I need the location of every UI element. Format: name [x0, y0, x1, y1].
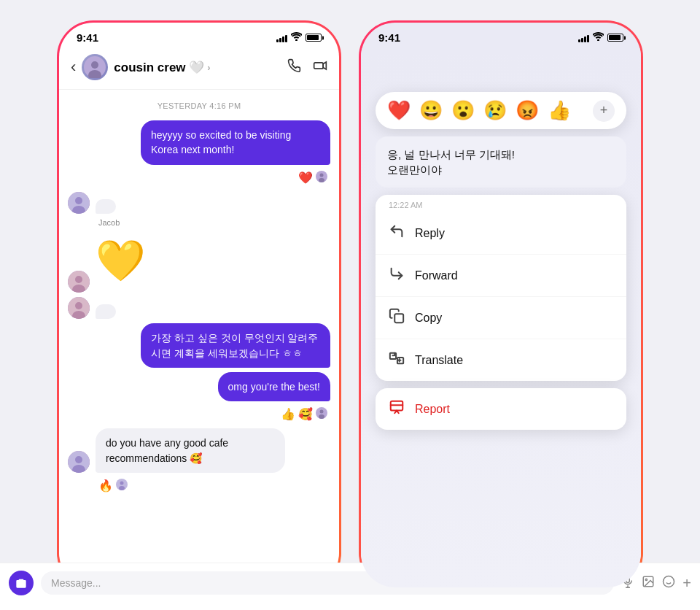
- wifi-icon: [291, 32, 302, 43]
- chevron-icon: ›: [207, 62, 210, 73]
- message-received-jacob-1: [68, 190, 330, 214]
- svg-point-15: [75, 302, 82, 309]
- bubble-sent-omg: 가장 하고 싶은 것이 무엇인지 알려주시면 계획을 세워보겠습니다 ㅎㅎ: [141, 323, 330, 368]
- bubble-received-sarah-text: [96, 304, 116, 319]
- sticker-heart: 💛: [96, 229, 157, 293]
- menu-copy[interactable]: Copy: [376, 297, 626, 339]
- message-received-jacob-cafe: do you have any good cafe recommendation…: [68, 426, 330, 473]
- menu-forward[interactable]: Forward: [376, 255, 626, 297]
- chat-header: ‹ cousin crew 🤍 ›: [59, 48, 339, 90]
- context-menu-overlay: ❤️ 😀 😮 😢 😡 👍 + 응, 널 만나서 너무 기대돼! 오랜만이야 12…: [376, 92, 626, 430]
- avatar-sarah-2: [68, 297, 90, 319]
- svg-point-18: [320, 410, 324, 414]
- battery-icon: [306, 34, 322, 42]
- emoji-surprised[interactable]: 😮: [451, 99, 475, 122]
- report-label: Report: [415, 403, 450, 416]
- header-avatar: [82, 54, 108, 80]
- message-received-sarah-sticker: Jacob 💛: [68, 218, 330, 293]
- message-input[interactable]: Message...: [59, 571, 339, 587]
- svg-marker-4: [323, 62, 326, 69]
- menu-timestamp: 12:22 AM: [376, 195, 626, 212]
- message-sent-omg: 가장 하고 싶은 것이 무엇인지 알려주시면 계획을 세워보겠습니다 ㅎㅎ: [68, 323, 330, 368]
- svg-point-25: [119, 486, 125, 490]
- chat-background-blurred: ❤️ 😀 😮 😢 😡 👍 + 응, 널 만나서 너무 기대돼! 오랜만이야 12…: [361, 48, 641, 587]
- video-call-icon[interactable]: [313, 58, 327, 77]
- svg-point-9: [75, 197, 82, 204]
- battery-icon-right: [607, 34, 623, 42]
- back-button[interactable]: ‹: [71, 58, 76, 77]
- report-menu: Report: [376, 388, 626, 430]
- input-bar: Message... +: [59, 563, 339, 587]
- message-received-sarah-text: [68, 297, 330, 319]
- svg-point-21: [75, 456, 82, 463]
- message-sent-cafe: omg you're the best!: [68, 372, 330, 401]
- copy-label: Copy: [415, 312, 442, 325]
- emoji-angry[interactable]: 😡: [516, 99, 539, 122]
- emoji-smile[interactable]: 😀: [419, 99, 443, 122]
- header-actions: [287, 58, 327, 77]
- reaction-sent-cafe: 👍 🥰: [68, 407, 327, 422]
- wifi-icon-right: [593, 32, 604, 43]
- bubble-sent-cafe: omg you're the best!: [218, 372, 330, 401]
- menu-translate[interactable]: Translate: [376, 339, 626, 381]
- signal-icon: [276, 34, 287, 42]
- copy-icon: [389, 308, 405, 328]
- sender-label-sarah: Jacob: [98, 218, 120, 227]
- status-bar-left: 9:41: [59, 23, 339, 48]
- forward-icon: [389, 266, 405, 285]
- reply-icon: [389, 223, 405, 243]
- message-sent-1: heyyyy so excited to be visiting Korea n…: [68, 120, 330, 165]
- svg-rect-31: [394, 314, 403, 323]
- svg-point-24: [120, 481, 124, 484]
- translate-icon: [389, 350, 405, 370]
- bubble-sent-1: heyyyy so excited to be visiting Korea n…: [141, 120, 330, 165]
- bubble-received-jacob-cafe: do you have any good cafe recommendation…: [96, 428, 285, 473]
- time-right: 9:41: [378, 31, 400, 44]
- menu-report[interactable]: Report: [376, 388, 626, 430]
- left-phone-screen: 9:41 ‹: [59, 23, 339, 587]
- emoji-reaction-bar: ❤️ 😀 😮 😢 😡 👍 +: [376, 92, 626, 129]
- chat-title: cousin crew 🤍 ›: [114, 60, 210, 75]
- svg-point-7: [319, 178, 324, 182]
- reaction-received-jacob: 🔥: [98, 479, 330, 493]
- signal-icon-right: [578, 34, 589, 42]
- status-bar-right: 9:41: [361, 23, 641, 48]
- bubble-received-jacob-1: [96, 199, 116, 214]
- time-left: 9:41: [77, 31, 98, 44]
- reply-label: Reply: [415, 227, 445, 240]
- avatar-sarah: [68, 271, 90, 293]
- context-menu: 12:22 AM Reply Forward: [376, 195, 626, 381]
- left-phone-frame: 9:41 ‹: [57, 20, 341, 590]
- status-icons-left: [276, 32, 322, 43]
- status-icons-right: [578, 32, 623, 43]
- emoji-thumbsup[interactable]: 👍: [548, 99, 571, 122]
- translate-label: Translate: [415, 354, 463, 367]
- svg-point-12: [75, 276, 82, 283]
- svg-point-1: [91, 61, 98, 69]
- emoji-heart[interactable]: ❤️: [387, 99, 411, 122]
- avatar-jacob-2: [68, 451, 90, 473]
- reaction-sent-1: ❤️: [68, 171, 327, 185]
- svg-point-6: [320, 173, 324, 177]
- date-divider: YESTERDAY 4:16 PM: [68, 101, 330, 110]
- phone-call-icon[interactable]: [287, 58, 301, 77]
- emoji-cry[interactable]: 😢: [483, 99, 507, 122]
- right-phone-screen: 9:41: [361, 23, 641, 587]
- emoji-more-button[interactable]: +: [593, 100, 615, 122]
- report-icon: [389, 399, 405, 419]
- avatar-jacob-1: [68, 192, 90, 214]
- right-phone-frame: 9:41: [359, 20, 643, 590]
- svg-point-19: [319, 414, 324, 419]
- chat-body: YESTERDAY 4:16 PM heyyyy so excited to b…: [59, 90, 339, 587]
- menu-reply[interactable]: Reply: [376, 212, 626, 255]
- forward-label: Forward: [415, 269, 458, 282]
- svg-rect-3: [314, 62, 324, 68]
- message-preview: 응, 널 만나서 너무 기대돼! 오랜만이야: [376, 136, 626, 188]
